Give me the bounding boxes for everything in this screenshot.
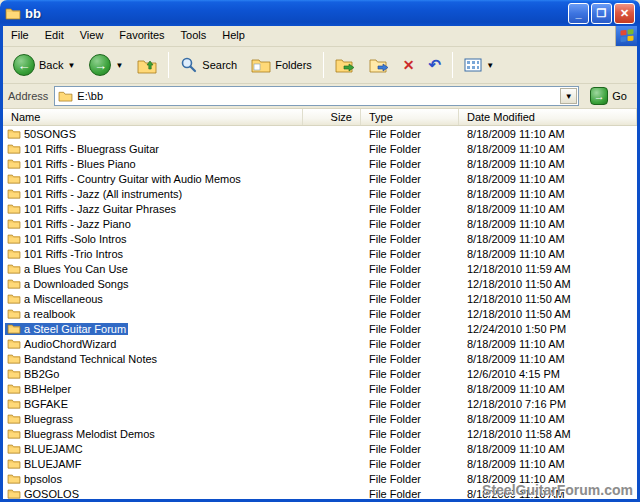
- file-row[interactable]: 101 Riffs - Bluegrass Guitar File Folder…: [3, 141, 637, 156]
- folder-icon: [7, 443, 21, 454]
- views-dropdown-icon: ▼: [486, 61, 494, 70]
- file-row[interactable]: a realbook File Folder 12/18/2010 11:50 …: [3, 306, 637, 321]
- undo-icon: ↶: [429, 56, 442, 74]
- title-bar: bb _ ❐ ✕: [0, 0, 640, 26]
- search-button[interactable]: Search: [174, 52, 243, 78]
- file-name: a Miscellaneous: [24, 293, 103, 305]
- menu-help[interactable]: Help: [214, 26, 253, 46]
- file-date-modified: 8/18/2009 11:10 AM: [459, 413, 637, 425]
- file-row[interactable]: Bluegrass Melodist Demos File Folder 12/…: [3, 426, 637, 441]
- file-type: File Folder: [361, 338, 459, 350]
- copy-to-folder-icon: [369, 57, 389, 73]
- move-to-folder-icon: [335, 57, 355, 73]
- folder-icon: [7, 143, 21, 154]
- menu-edit[interactable]: Edit: [37, 26, 72, 46]
- file-row[interactable]: a Downloaded Songs File Folder 12/18/201…: [3, 276, 637, 291]
- column-header-name[interactable]: Name: [3, 109, 303, 125]
- folder-icon: [7, 263, 21, 274]
- search-icon: [180, 56, 198, 74]
- file-type: File Folder: [361, 488, 459, 500]
- folder-icon: [7, 233, 21, 244]
- forward-button[interactable]: → ▼: [83, 50, 129, 80]
- windows-logo-icon: [615, 26, 637, 46]
- file-row[interactable]: a Miscellaneous File Folder 12/18/2010 1…: [3, 291, 637, 306]
- menu-file[interactable]: File: [3, 26, 37, 46]
- file-name: 101 Riffs - Jazz Piano: [24, 218, 131, 230]
- file-type: File Folder: [361, 413, 459, 425]
- file-row[interactable]: 101 Riffs -Solo Intros File Folder 8/18/…: [3, 231, 637, 246]
- back-button[interactable]: ← Back ▼: [7, 50, 81, 80]
- file-name: a Blues You Can Use: [24, 263, 128, 275]
- file-row[interactable]: AudioChordWizard File Folder 8/18/2009 1…: [3, 336, 637, 351]
- file-date-modified: 8/18/2009 11:10 AM: [459, 233, 637, 245]
- file-name: Bandstand Technical Notes: [24, 353, 157, 365]
- file-row[interactable]: Bandstand Technical Notes File Folder 8/…: [3, 351, 637, 366]
- folder-icon: [7, 398, 21, 409]
- forward-icon: →: [89, 54, 111, 76]
- folder-icon: [7, 203, 21, 214]
- toolbar-separator: [323, 52, 324, 78]
- file-row[interactable]: a Steel Guitar Forum File Folder 12/24/2…: [3, 321, 637, 336]
- menu-view[interactable]: View: [72, 26, 112, 46]
- minimize-button[interactable]: _: [568, 3, 589, 24]
- file-date-modified: 8/18/2009 11:10 AM: [459, 338, 637, 350]
- file-name: 101 Riffs - Jazz (All instruments): [24, 188, 182, 200]
- undo-button[interactable]: ↶: [423, 52, 448, 78]
- file-row[interactable]: 101 Riffs - Jazz Piano File Folder 8/18/…: [3, 216, 637, 231]
- file-date-modified: 12/18/2010 11:50 AM: [459, 278, 637, 290]
- move-to-button[interactable]: [329, 53, 361, 77]
- menu-tools[interactable]: Tools: [173, 26, 215, 46]
- column-header-date-modified[interactable]: Date Modified: [459, 109, 637, 125]
- delete-button[interactable]: ✕: [397, 53, 421, 77]
- close-button[interactable]: ✕: [614, 3, 635, 24]
- file-row[interactable]: BGFAKE File Folder 12/18/2010 7:16 PM: [3, 396, 637, 411]
- file-row[interactable]: BBHelper File Folder 8/18/2009 11:10 AM: [3, 381, 637, 396]
- file-row[interactable]: BLUEJAMF File Folder 8/18/2009 11:10 AM: [3, 456, 637, 471]
- copy-to-button[interactable]: [363, 53, 395, 77]
- folder-icon: [7, 488, 21, 499]
- address-dropdown-button[interactable]: ▼: [560, 88, 577, 104]
- file-name: BB2Go: [24, 368, 59, 380]
- address-input[interactable]: E:\bb ▼: [54, 86, 579, 106]
- column-header-size[interactable]: Size: [303, 109, 361, 125]
- file-name: 50SONGS: [24, 128, 76, 140]
- column-header-type[interactable]: Type: [361, 109, 459, 125]
- menu-favorites[interactable]: Favorites: [111, 26, 172, 46]
- up-button[interactable]: [131, 52, 163, 78]
- file-row[interactable]: 101 Riffs - Jazz (All instruments) File …: [3, 186, 637, 201]
- go-button[interactable]: → Go: [585, 86, 632, 106]
- file-date-modified: 8/18/2009 11:10 AM: [459, 158, 637, 170]
- file-row[interactable]: 101 Riffs - Country Guitar with Audio Me…: [3, 171, 637, 186]
- window-folder-icon: [5, 6, 21, 20]
- file-type: File Folder: [361, 368, 459, 380]
- file-name: 101 Riffs - Bluegrass Guitar: [24, 143, 159, 155]
- file-row[interactable]: 50SONGS File Folder 8/18/2009 11:10 AM: [3, 126, 637, 141]
- maximize-button[interactable]: ❐: [591, 3, 612, 24]
- file-row[interactable]: BB2Go File Folder 12/6/2010 4:15 PM: [3, 366, 637, 381]
- file-name: bpsolos: [24, 473, 62, 485]
- file-type: File Folder: [361, 263, 459, 275]
- file-type: File Folder: [361, 458, 459, 470]
- folders-button[interactable]: Folders: [245, 53, 318, 77]
- folder-icon: [7, 248, 21, 259]
- file-row[interactable]: BLUEJAMC File Folder 8/18/2009 11:10 AM: [3, 441, 637, 456]
- folder-icon: [7, 368, 21, 379]
- file-name: Bluegrass Melodist Demos: [24, 428, 155, 440]
- window-frame: File Edit View Favorites Tools Help ← Ba…: [0, 26, 640, 502]
- folder-icon: [7, 128, 21, 139]
- file-type: File Folder: [361, 248, 459, 260]
- file-type: File Folder: [361, 443, 459, 455]
- go-icon: →: [590, 87, 608, 105]
- file-row[interactable]: 101 Riffs -Trio Intros File Folder 8/18/…: [3, 246, 637, 261]
- folder-icon: [7, 383, 21, 394]
- folder-icon: [7, 218, 21, 229]
- file-row[interactable]: a Blues You Can Use File Folder 12/18/20…: [3, 261, 637, 276]
- views-button[interactable]: ▼: [458, 53, 500, 77]
- file-row[interactable]: Bluegrass File Folder 8/18/2009 11:10 AM: [3, 411, 637, 426]
- file-date-modified: 8/18/2009 11:10 AM: [459, 203, 637, 215]
- file-name: Bluegrass: [24, 413, 73, 425]
- folder-icon: [7, 413, 21, 424]
- folder-icon: [7, 293, 21, 304]
- file-row[interactable]: 101 Riffs - Jazz Guitar Phrases File Fol…: [3, 201, 637, 216]
- file-row[interactable]: 101 Riffs - Blues Piano File Folder 8/18…: [3, 156, 637, 171]
